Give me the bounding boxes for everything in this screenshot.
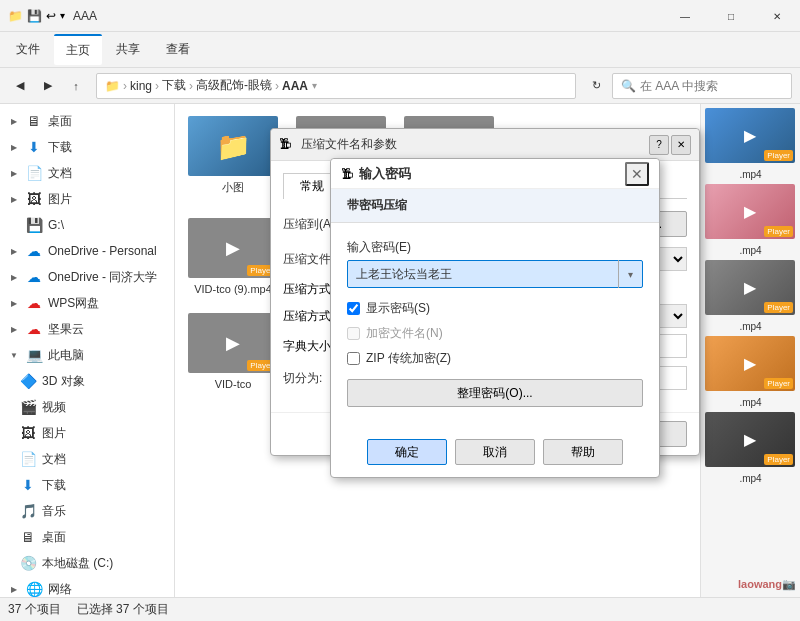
inner-dialog-icon: 🗜: [341, 167, 353, 181]
outer-dialog-title-bar: 🗜 压缩文件名和参数 ? ✕: [271, 129, 699, 161]
encrypt-filename-row[interactable]: 加密文件名(N): [347, 325, 643, 342]
outer-method-label: 压缩方式: [283, 281, 331, 298]
outer-dialog-icon: 🗜: [279, 137, 295, 153]
show-password-label: 显示密码(S): [366, 300, 430, 317]
zip-encrypt-checkbox[interactable]: [347, 352, 360, 365]
password-input-wrap[interactable]: 上老王论坛当老王 ▾: [347, 260, 643, 288]
password-display: 上老王论坛当老王: [348, 266, 618, 283]
inner-help-button[interactable]: 帮助: [543, 439, 623, 465]
inner-dialog: 🗜 输入密码 ✕ 带密码压缩 输入密码(E) 上老王论坛当老王 ▾ 显示密码(S…: [330, 158, 660, 478]
dialog-overlay: 🗜 压缩文件名和参数 ? ✕ 常规 注释 压缩到(A): ... 压缩文件格式(…: [0, 0, 800, 621]
zip-encrypt-row[interactable]: ZIP 传统加密(Z): [347, 350, 643, 367]
password-field-label: 输入密码(E): [347, 239, 643, 256]
outer-dialog-title: 压缩文件名和参数: [301, 136, 649, 153]
inner-dialog-subtitle: 带密码压缩: [331, 189, 659, 223]
inner-dialog-close-btn[interactable]: ✕: [625, 162, 649, 186]
outer-dialog-help-btn[interactable]: ?: [649, 135, 669, 155]
outer-dialog-close-btn[interactable]: ✕: [671, 135, 691, 155]
zip-encrypt-label: ZIP 传统加密(Z): [366, 350, 451, 367]
outer-dialog-controls: ? ✕: [649, 135, 691, 155]
show-password-checkbox[interactable]: [347, 302, 360, 315]
inner-dialog-footer: 确定 取消 帮助: [331, 431, 659, 477]
encrypt-filename-checkbox[interactable]: [347, 327, 360, 340]
inner-ok-button[interactable]: 确定: [367, 439, 447, 465]
encrypt-filename-label: 加密文件名(N): [366, 325, 443, 342]
inner-dialog-content: 输入密码(E) 上老王论坛当老王 ▾ 显示密码(S) 加密文件名(N) ZIP …: [331, 223, 659, 431]
organize-password-btn[interactable]: 整理密码(O)...: [347, 379, 643, 407]
watermark: laowang📷: [738, 578, 796, 591]
password-dropdown-btn[interactable]: ▾: [618, 260, 642, 288]
inner-cancel-button[interactable]: 取消: [455, 439, 535, 465]
inner-dialog-title: 输入密码: [359, 165, 625, 183]
inner-dialog-title-bar: 🗜 输入密码 ✕: [331, 159, 659, 189]
show-password-row[interactable]: 显示密码(S): [347, 300, 643, 317]
